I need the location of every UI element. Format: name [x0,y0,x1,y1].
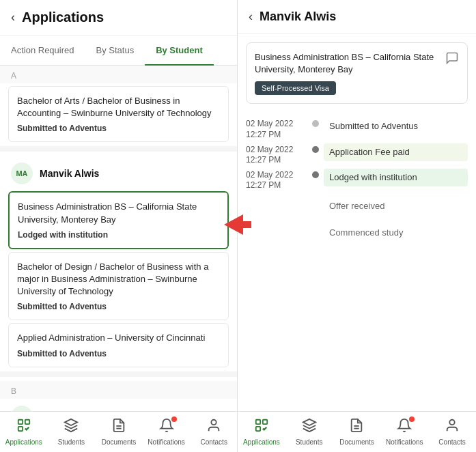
right-nav-applications[interactable]: Applications [238,418,285,446]
timeline-content-1: Submitted to Adventus [324,117,468,135]
right-nav-students-label: Students [296,438,322,446]
right-nav-documents[interactable]: Documents [333,418,381,446]
right-nav-contacts[interactable]: Contacts [428,418,476,446]
app-header-card: Business Administration BS – California … [246,42,468,104]
right-content: Business Administration BS – California … [238,34,476,452]
list-item[interactable]: Bachelor of Arts / Bachelor of Business … [8,86,229,142]
list-item-selected[interactable]: Business Administration BS – California … [8,191,229,249]
app-card-title: Bachelor of Design / Bachelor of Busines… [17,261,220,298]
timeline-item-2: 02 May 2022 12:27 PM Application Fee pai… [246,143,468,166]
contacts-icon [206,418,221,436]
right-panel: ‹ Manvik Alwis Business Administration B… [238,0,476,452]
right-applications-icon [254,418,269,436]
app-card-status: Submitted to Adventus [17,302,220,311]
tab-action-required[interactable]: Action Required [0,36,85,65]
list-item[interactable]: Applied Administration – University of C… [8,323,229,367]
timeline-content-2: Application Fee paid [324,143,468,161]
right-nav-notifications[interactable]: Notifications [380,418,428,446]
timeline-dot-2 [312,146,319,153]
right-header: ‹ Manvik Alwis [238,0,476,34]
svg-marker-6 [224,214,251,235]
notifications-icon [159,418,174,436]
nav-applications-label: Applications [5,438,42,446]
right-students-icon [302,418,317,436]
timeline-date-1: 02 May 2022 12:27 PM [246,117,307,140]
left-header: ‹ Applications [0,0,237,36]
avatar-manvik: MA [11,163,33,184]
app-card-title: Bachelor of Arts / Bachelor of Business … [17,95,220,119]
timeline-date-3: 02 May 2022 12:27 PM [246,169,307,191]
nav-contacts-label: Contacts [200,438,227,446]
left-panel: ‹ Applications Action Required By Status… [0,0,238,452]
nav-students[interactable]: Students [48,418,96,446]
right-nav-notifications-label: Notifications [386,438,423,446]
right-nav-contacts-label: Contacts [438,438,465,446]
divider [0,146,237,152]
student-header-manvik: MA Manvik Alwis [0,156,237,188]
nav-notifications[interactable]: Notifications [143,418,191,446]
timeline-dot-col-1 [307,117,324,127]
nav-documents-label: Documents [102,438,137,446]
notification-badge [171,416,177,422]
timeline-label-4: Offer received [324,194,468,218]
right-panel-title: Manvik Alwis [260,10,336,24]
app-card-status-selected: Lodged with institution [18,230,219,240]
timeline-item-3: 02 May 2022 12:27 PM Lodged with institu… [246,169,468,191]
timeline-date-2: 02 May 2022 12:27 PM [246,143,307,166]
timeline-item-1: 02 May 2022 12:27 PM Submitted to Advent… [246,117,468,140]
tab-by-status[interactable]: By Status [85,36,145,65]
list-item[interactable]: Bachelor of Design / Bachelor of Busines… [8,252,229,321]
right-bottom-nav: Applications Students Docum [238,411,476,452]
timeline-dot-col-2 [307,143,324,153]
divider [0,371,237,377]
nav-contacts[interactable]: Contacts [190,418,238,446]
student-name-manvik: Manvik Alwis [40,168,99,179]
nav-notifications-label: Notifications [148,438,184,446]
right-documents-icon [349,418,364,436]
section-letter-b: B [0,381,237,399]
right-contacts-icon [445,418,460,436]
timeline-dot-col-3 [307,169,324,178]
left-bottom-nav: Applications Students Docum [0,411,238,452]
section-letter-a: A [0,66,237,83]
app-card-status: Submitted to Adventus [17,124,220,133]
app-header-title: Business Administration BS – California … [255,51,459,76]
svg-rect-0 [18,420,23,424]
svg-rect-2 [18,427,23,431]
svg-rect-1 [25,420,29,424]
students-icon [64,418,79,436]
timeline-dot-3 [312,171,319,178]
right-notification-badge [409,416,415,422]
svg-point-12 [449,420,454,425]
right-nav-students[interactable]: Students [285,418,333,446]
svg-rect-9 [256,427,260,431]
svg-point-5 [212,420,216,425]
documents-icon [111,418,126,436]
app-card-status: Submitted to Adventus [17,349,220,358]
left-panel-title: Applications [22,10,104,25]
chat-icon[interactable] [445,51,459,68]
back-button[interactable]: ‹ [11,10,15,25]
right-nav-applications-label: Applications [243,438,280,446]
timeline-item-4: Offer received [246,194,468,218]
right-notifications-icon [397,418,412,436]
app-card-title: Applied Administration – University of C… [17,332,220,344]
timeline: 02 May 2022 12:27 PM Submitted to Advent… [238,112,476,253]
right-nav-documents-label: Documents [339,438,374,446]
applications-list: A Bachelor of Arts / Bachelor of Busines… [0,66,237,452]
tab-by-student[interactable]: By Student [145,36,214,65]
svg-rect-7 [256,420,260,424]
tabs-row: Action Required By Status By Student [0,36,237,66]
right-back-button[interactable]: ‹ [249,10,253,24]
visa-badge: Self-Processed Visa [255,81,336,95]
nav-documents[interactable]: Documents [95,418,143,446]
timeline-label-5: Commenced study [324,221,468,244]
nav-applications[interactable]: Applications [0,418,48,446]
timeline-content-3: Lodged with institution [324,169,468,186]
nav-students-label: Students [58,438,85,446]
timeline-dot-1 [312,120,319,127]
svg-rect-8 [263,420,267,424]
app-card-title-selected: Business Administration BS – California … [18,201,219,225]
applications-icon [16,418,31,436]
timeline-item-5: Commenced study [246,221,468,244]
